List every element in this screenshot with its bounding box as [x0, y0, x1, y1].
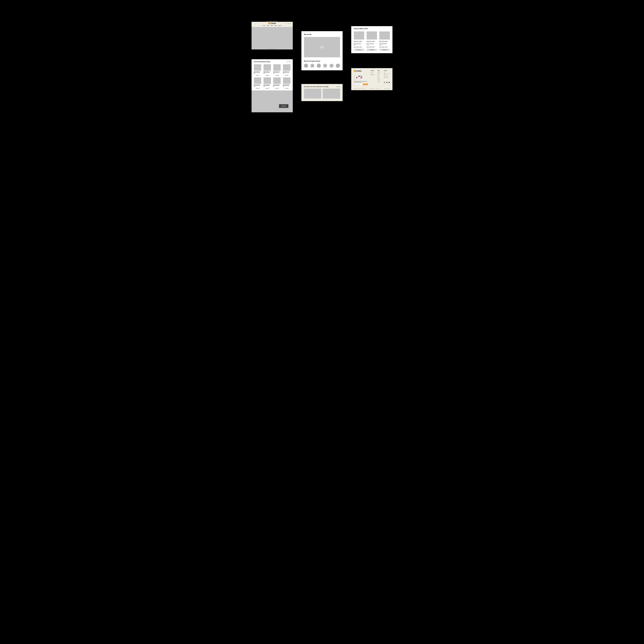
product-name: Bu2ma Panghu Tiger Variety Series Blind …	[254, 71, 261, 74]
blog-title: See What is the New Trend (This is the B…	[304, 86, 328, 87]
location-hours: Mon - Sat, 11:00am - 7:00pm Sunday, 11:0…	[354, 46, 364, 48]
product-card[interactable]: Bu2ma Panghu Tiger Variety Series Blind …	[264, 77, 271, 89]
get-direction-button[interactable]: Get Direction	[379, 49, 390, 51]
product-image	[283, 64, 290, 71]
footer-col-title: Service	[384, 70, 390, 71]
product-name: Bu2ma Panghu Tiger Variety Series Blind …	[283, 71, 290, 74]
nav-brand[interactable]: Brand	[271, 25, 273, 26]
blog-view-more[interactable]: View More	[336, 86, 340, 87]
location-name: Richmond Location	[379, 41, 390, 42]
brand-logo-item[interactable]	[329, 64, 334, 68]
account-icon[interactable]	[288, 22, 289, 25]
brand-logo-item[interactable]	[336, 64, 340, 68]
nav-blog[interactable]: Blog	[275, 25, 276, 26]
svg-line-1	[287, 24, 287, 24]
search-icon[interactable]	[286, 22, 287, 25]
product-price: from $15.20	[264, 75, 271, 76]
arrivals-panel: Check Out Newest Arrivals View More Bu2m…	[252, 59, 293, 112]
brand-logo-item[interactable]	[317, 64, 321, 68]
payment-applepay-icon: Pay	[356, 76, 358, 77]
footer-link[interactable]: Wholesale (coming soon)	[384, 74, 390, 75]
mascot-icon	[268, 23, 270, 24]
get-direction-button[interactable]: Get Direction	[367, 49, 377, 51]
shop-all-button[interactable]: Shop All	[279, 104, 288, 108]
cart-icon[interactable]	[290, 22, 291, 25]
legal-link[interactable]: Term of Condition	[370, 88, 375, 89]
product-image	[264, 77, 271, 84]
product-price: from $15.20	[254, 88, 261, 89]
legal-link[interactable]: Privacy Policy	[376, 88, 380, 89]
brand-name: TOKEN	[270, 23, 276, 24]
nav-contact[interactable]: Contact	[278, 25, 281, 26]
footer-col-service: Service FAQ Wholesale (coming soon) Refu…	[384, 70, 390, 85]
footer-link[interactable]: Shipping Policy	[384, 77, 390, 78]
pinterest-icon[interactable]	[389, 82, 390, 83]
footer-link[interactable]: Blind Box	[378, 72, 381, 73]
header-actions	[286, 22, 291, 25]
blog-card[interactable]	[323, 89, 340, 99]
main-nav: Home Shop Brand Blog Contact	[252, 25, 293, 27]
brand-logos	[304, 64, 340, 68]
product-name: Bu2ma Panghu Tiger Variety Series Blind …	[273, 71, 281, 74]
location-address: #1503A - 6551 No.3 Road Richmond, BC V6Y…	[354, 43, 364, 45]
newsletter-text: To hear first about our sales, get speci…	[354, 81, 368, 83]
location-address: #1503A - 6551 No.3 Road Richmond, BC V6Y…	[379, 43, 390, 45]
product-card[interactable]: Bu2ma Panghu Tiger Variety Series Blind …	[273, 77, 281, 89]
product-card[interactable]: Bu2ma Panghu Tiger Variety Series Blind …	[254, 64, 261, 76]
payment-mastercard-icon	[356, 77, 358, 78]
footer-link[interactable]: FAQ	[384, 72, 390, 73]
footer-link[interactable]: Badge	[378, 77, 381, 77]
powered-by[interactable]: Powered by Shopify	[384, 88, 390, 89]
location-hours: Mon - Sat, 11:00am - 7:00pm Sunday, 11:0…	[379, 46, 390, 48]
product-image	[273, 64, 281, 71]
footer-logo[interactable]: TOKEN	[354, 70, 368, 72]
about-panel: Who Are We Meet Our Designer Brands	[301, 31, 343, 70]
product-card[interactable]: Bu2ma Panghu Tiger Variety Series Blind …	[264, 64, 271, 76]
locations-title: Hang Out With Us Here	[354, 28, 390, 29]
payment-shoppay-icon: S	[360, 77, 362, 78]
location-address: #1503A - 6551 No.3 Road Richmond, BC V6Y…	[367, 43, 377, 45]
footer-link[interactable]: Figure	[378, 78, 381, 79]
newsletter-email-input[interactable]	[354, 83, 363, 85]
footer-link[interactable]: Other	[378, 82, 381, 83]
payment-icons: AE Pay D DS G PP S VISA	[354, 76, 364, 80]
brand-logo-item[interactable]	[304, 64, 308, 68]
payment-gpay-icon: G	[354, 77, 356, 78]
footer-link[interactable]: Refund Policy	[384, 76, 390, 77]
brand-logo-item[interactable]	[310, 64, 314, 68]
product-card[interactable]: Bu2ma Panghu Tiger Variety Series Blind …	[254, 77, 261, 89]
product-name: Bu2ma Panghu Tiger Variety Series Blind …	[283, 84, 290, 87]
blog-card[interactable]	[304, 89, 321, 99]
brand-logo[interactable]: TOKEN	[268, 23, 276, 24]
subscribe-button[interactable]: Subscribe	[363, 83, 368, 85]
about-video[interactable]	[304, 37, 340, 57]
get-direction-button[interactable]: Get Direction	[354, 49, 364, 51]
product-card[interactable]: Bu2ma Panghu Tiger Variety Series Blind …	[283, 64, 290, 76]
product-card[interactable]: Bu2ma Panghu Tiger Variety Series Blind …	[283, 77, 290, 89]
footer-bottom: @2021 Token Studio All rights Reserved T…	[354, 87, 390, 89]
payment-diners-icon: D	[358, 76, 360, 77]
hero-slider[interactable]	[252, 27, 293, 49]
nav-shop[interactable]: Shop	[267, 25, 269, 26]
product-name: Bu2ma Panghu Tiger Variety Series Blind …	[264, 84, 271, 87]
footer-link[interactable]: D.I.Y. Assembly Toy	[378, 74, 381, 76]
footer-link[interactable]: Pre-Order	[378, 79, 381, 80]
payment-visa-icon: VISA	[354, 79, 356, 80]
instagram-icon[interactable]	[384, 82, 385, 83]
footer-col-title: Contact	[371, 70, 375, 71]
facebook-icon[interactable]	[386, 82, 388, 83]
arrivals-title: Check Out Newest Arrivals	[254, 61, 270, 62]
nav-home[interactable]: Home	[263, 25, 265, 26]
footer-link[interactable]: Call +1 (604)503-1818	[371, 74, 375, 75]
product-price: from $15.20	[273, 75, 281, 76]
product-card[interactable]: Bu2ma Panghu Tiger Variety Series Blind …	[273, 64, 281, 76]
footer-link[interactable]: Gift Card	[378, 81, 381, 82]
footer-col-shop: Shop Blind Box D.I.Y. Assembly Toy Badge…	[378, 70, 381, 85]
product-price: from $15.20	[273, 88, 281, 89]
social-links	[384, 82, 390, 83]
footer-col-contact: Contact Email Us Call +1 (604)503-1818	[371, 70, 375, 85]
brand-logo-item[interactable]	[323, 64, 327, 68]
top-bar: TOKEN	[252, 22, 293, 25]
footer-link[interactable]: Email Us	[371, 72, 375, 73]
arrivals-view-more[interactable]: View More	[287, 61, 290, 62]
